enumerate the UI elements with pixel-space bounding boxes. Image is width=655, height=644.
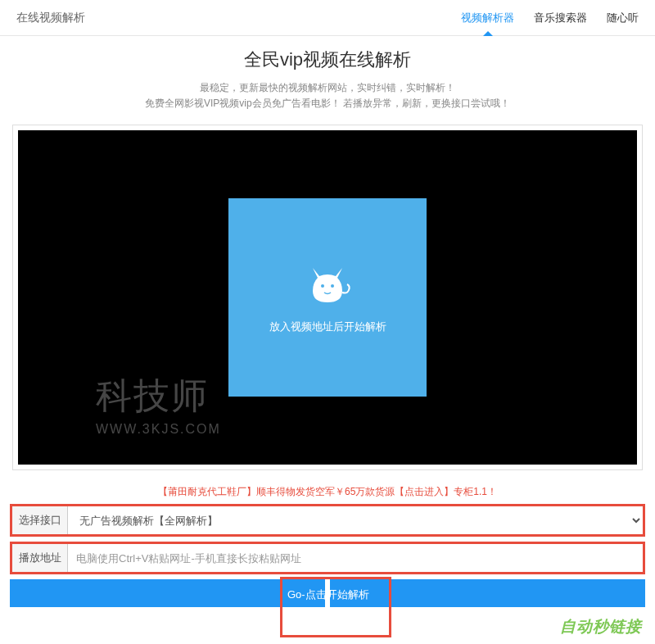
brand-title: 在线视频解析 xyxy=(16,11,85,25)
address-label: 播放地址 xyxy=(12,544,68,572)
watermark-sub: WWW.3KJS.COM xyxy=(96,422,221,437)
button-row: Go-点击开始解析 New-点击全屏解析 xyxy=(10,579,645,607)
video-placeholder: 放入视频地址后开始解析 xyxy=(228,198,427,397)
nav: 视频解析器 音乐搜索器 随心听 xyxy=(461,0,639,35)
svg-point-0 xyxy=(321,284,324,288)
nav-video-parser[interactable]: 视频解析器 xyxy=(461,0,514,35)
page-title: 全民vip视频在线解析 xyxy=(0,48,655,72)
video-player[interactable]: 放入视频地址后开始解析 科技师 WWW.3KJS.COM xyxy=(18,130,637,465)
watermark-main: 科技师 xyxy=(96,372,221,420)
interface-select[interactable]: 无广告视频解析【全网解析】 xyxy=(68,506,643,534)
interface-row: 选择接口 无广告视频解析【全网解析】 xyxy=(10,504,645,537)
address-row: 播放地址 xyxy=(10,542,645,574)
interface-label: 选择接口 xyxy=(12,506,68,534)
promo-link[interactable]: 【莆田耐克代工鞋厂】顺丰得物发货空军￥65万款货源【点击进入】专柜1.1！ xyxy=(0,485,655,499)
address-input[interactable] xyxy=(68,544,643,572)
subtitle-1: 最稳定，更新最快的视频解析网站，实时纠错，实时解析！ xyxy=(0,80,655,96)
new-button[interactable] xyxy=(330,579,645,607)
auto-link-badge[interactable]: 自动秒链接 xyxy=(560,616,642,637)
video-container: 放入视频地址后开始解析 科技师 WWW.3KJS.COM xyxy=(12,125,643,470)
placeholder-text: 放入视频地址后开始解析 xyxy=(269,320,386,334)
svg-point-1 xyxy=(331,284,334,288)
cat-icon xyxy=(303,261,352,306)
nav-listen[interactable]: 随心听 xyxy=(607,0,639,35)
header: 在线视频解析 视频解析器 音乐搜索器 随心听 xyxy=(0,0,655,36)
subtitle-2: 免费全网影视VIP视频vip会员免广告看电影！ 若播放异常，刷新，更换接口尝试哦… xyxy=(0,96,655,111)
go-button[interactable] xyxy=(10,579,325,607)
watermark: 科技师 WWW.3KJS.COM xyxy=(96,372,221,437)
nav-music-search[interactable]: 音乐搜索器 xyxy=(534,0,587,35)
title-section: 全民vip视频在线解析 最稳定，更新最快的视频解析网站，实时纠错，实时解析！ 免… xyxy=(0,36,655,118)
